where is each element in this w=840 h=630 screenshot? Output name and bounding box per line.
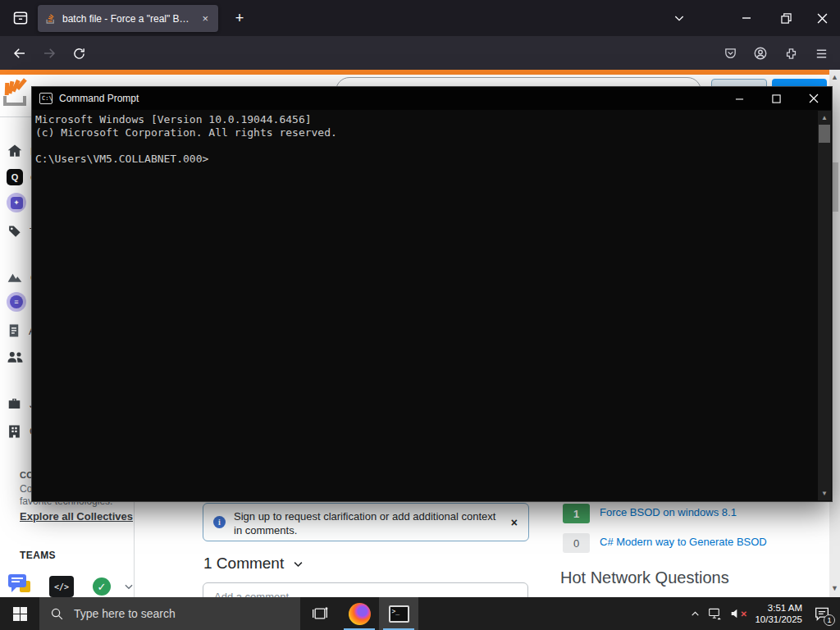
cmd-scrollbar-thumb[interactable]: [819, 125, 830, 143]
briefcase-icon: [7, 396, 22, 411]
tag-icon: [7, 224, 22, 240]
firefox-view-icon: [12, 10, 29, 26]
add-comment-placeholder: Add a comment: [214, 591, 289, 597]
linked-question-score: 0: [563, 533, 590, 553]
teams-check-icon: ✓: [93, 578, 111, 596]
browser-tab-strip: batch file - Force a "real" BSoD × +: [0, 0, 840, 36]
close-icon: [809, 94, 819, 103]
taskbar-firefox-button[interactable]: [340, 597, 379, 630]
reload-icon: [72, 47, 86, 61]
scroll-down-icon[interactable]: ▼: [831, 584, 838, 592]
account-icon: [753, 46, 768, 61]
hot-network-questions-heading: Hot Network Questions: [560, 568, 729, 587]
firefox-icon: [349, 603, 371, 625]
list-all-tabs-button[interactable]: [663, 4, 696, 32]
pocket-button[interactable]: [719, 43, 742, 64]
scroll-down-icon[interactable]: ▼: [818, 490, 831, 497]
screen: batch file - Force a "real" BSoD × +: [0, 0, 840, 630]
clock-date: 10/31/2025: [755, 614, 802, 625]
linked-question-link[interactable]: Force BSOD on windows 8.1: [600, 506, 737, 518]
notice-text: Sign up to request clarification or add …: [234, 509, 506, 537]
users-icon: [7, 349, 24, 364]
command-prompt-window[interactable]: C:\ Command Prompt Microsoft Windows [Ve…: [31, 86, 833, 502]
window-restore-button[interactable]: [769, 4, 802, 32]
stackoverflow-logo[interactable]: [2, 76, 30, 107]
pocket-icon: [724, 47, 737, 61]
taskbar-clock[interactable]: 3:51 AM 10/31/2025: [745, 597, 804, 630]
tray-expand-button[interactable]: [686, 597, 704, 630]
taskbar-search-placeholder: Type here to search: [74, 607, 176, 620]
scroll-up-icon[interactable]: ▲: [831, 73, 838, 81]
hamburger-menu-icon: [815, 47, 829, 61]
volume-tray-button[interactable]: ✕: [725, 597, 746, 630]
notice-close-icon[interactable]: ×: [511, 516, 518, 529]
info-icon: i: [213, 516, 226, 528]
teams-chevron-down-icon[interactable]: [123, 581, 135, 592]
cmd-title-bar[interactable]: C:\ Command Prompt: [32, 87, 832, 110]
task-view-icon: [312, 605, 328, 622]
minimize-icon: [735, 94, 744, 103]
search-icon: [50, 607, 64, 621]
cmd-maximize-button[interactable]: [758, 87, 795, 110]
browser-tab[interactable]: batch file - Force a "real" BSoD ×: [38, 5, 218, 32]
forward-button[interactable]: [38, 43, 61, 64]
tab-title: batch file - Force a "real" BSoD: [62, 13, 193, 25]
scroll-up-icon[interactable]: ▲: [818, 114, 831, 121]
cmd-window-title: Command Prompt: [59, 93, 139, 104]
cmd-output: Microsoft Windows [Version 10.0.19044.64…: [35, 113, 337, 166]
article-icon: [7, 323, 21, 338]
taskbar-cmd-button[interactable]: >_: [379, 597, 418, 630]
ai-assist-icon: ✦: [7, 193, 26, 212]
windows-logo-icon: [13, 607, 27, 621]
back-button[interactable]: [8, 43, 31, 64]
explore-collectives-link[interactable]: Explore all Collectives: [20, 510, 133, 523]
cmd-close-button[interactable]: [795, 87, 832, 110]
chat-icon: ≡: [7, 292, 26, 312]
teams-illustration: </> ✓: [8, 574, 131, 597]
extensions-button[interactable]: [779, 43, 802, 64]
questions-icon: Q: [7, 169, 23, 185]
notification-badge: 1: [824, 614, 835, 626]
cmd-line-2: (c) Microsoft Corporation. All rights re…: [35, 126, 337, 139]
clock-time: 3:51 AM: [768, 602, 802, 614]
tab-close-icon[interactable]: ×: [199, 11, 212, 25]
forward-arrow-icon: [42, 46, 57, 61]
task-view-button[interactable]: [300, 597, 340, 630]
teams-chat-icon: [8, 574, 33, 596]
menu-button[interactable]: [810, 43, 833, 64]
cmd-minimize-button[interactable]: [721, 87, 758, 110]
teams-heading: TEAMS: [20, 550, 56, 561]
linked-question-link[interactable]: C# Modern way to Generate BSOD: [600, 536, 767, 548]
extensions-icon: [784, 47, 798, 61]
restore-icon: [781, 13, 792, 24]
so-top-accent-bar: [0, 70, 829, 75]
network-icon: [708, 608, 722, 620]
cmd-prompt: C:\Users\VM5.COLLABNET.000>: [35, 153, 208, 165]
new-tab-button[interactable]: +: [228, 7, 251, 29]
linked-question-score: 1: [563, 504, 590, 523]
home-icon: [7, 143, 23, 159]
signup-notice: i Sign up to request clarification or ad…: [203, 503, 529, 541]
close-icon: [817, 13, 828, 24]
window-minimize-button[interactable]: [730, 4, 763, 32]
maximize-icon: [772, 94, 781, 103]
network-tray-button[interactable]: [704, 597, 725, 630]
taskbar-search[interactable]: Type here to search: [39, 597, 300, 630]
add-comment-input[interactable]: Add a comment: [203, 582, 528, 597]
building-icon: [7, 423, 22, 439]
window-close-button[interactable]: [806, 4, 838, 32]
comments-chevron-icon[interactable]: [292, 558, 304, 570]
account-button[interactable]: [749, 43, 772, 64]
chevron-down-icon: [673, 11, 686, 25]
cmd-scrollbar[interactable]: ▲ ▼: [818, 111, 831, 500]
back-arrow-icon: [12, 46, 27, 61]
chevron-up-icon: [690, 609, 701, 619]
reload-button[interactable]: [67, 43, 90, 64]
cmd-icon: C:\: [39, 93, 52, 104]
teams-code-icon: </>: [49, 576, 74, 597]
minimize-icon: [742, 13, 751, 23]
action-center-button[interactable]: 1: [804, 597, 840, 630]
firefox-view-button[interactable]: [8, 7, 33, 29]
comments-count: 1 Comment: [203, 555, 284, 573]
start-button[interactable]: [0, 597, 39, 630]
